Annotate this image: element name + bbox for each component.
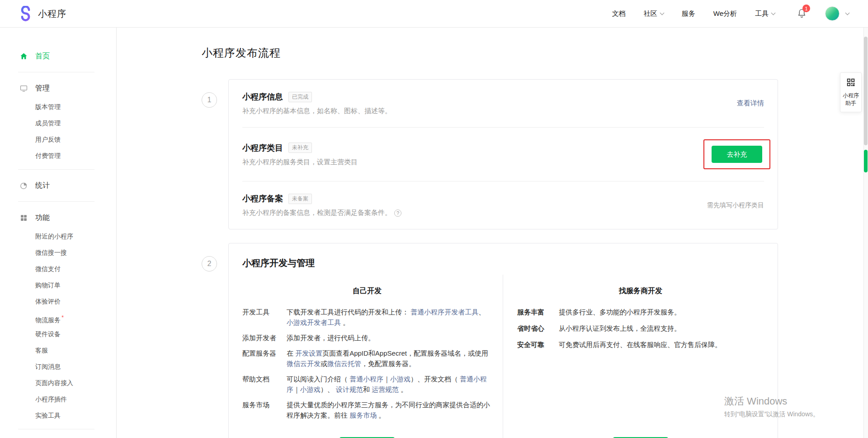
dev-row-label: 安全可靠 — [517, 339, 559, 350]
inline-link[interactable]: 普通小程序 — [349, 375, 383, 383]
sidebar-item[interactable]: 附近的小程序 — [0, 228, 116, 244]
nav-item-we-analytics[interactable]: We分析 — [713, 10, 737, 18]
text-segment: 提供大量优质的小程序第三方服务，为不同行业的商家提供合适的小程序解决方案。前往 — [287, 401, 490, 419]
inline-link[interactable]: 设计规范 — [336, 386, 363, 393]
dev-row-text: 下载开发者工具进行代码的开发和上传： 普通小程序开发者工具、 小游戏开发者工具 … — [287, 307, 492, 328]
setup-item-desc: 补充小程序的基本信息，如名称、图标、描述等。 — [242, 107, 392, 115]
home-icon — [19, 52, 28, 61]
setup-row: 小程序类目未补充补充小程序的服务类目，设置主营类目去补充 — [242, 128, 764, 181]
step-1-number: 1 — [202, 92, 217, 108]
status-tag: 未备案 — [288, 194, 312, 204]
sidebar-item[interactable]: 版本管理 — [0, 99, 116, 115]
inline-link[interactable]: 微信云开发 — [287, 360, 321, 367]
dev-row: 配置服务器在 开发设置页面查看AppID和AppSecret，配置服务器域名，或… — [242, 348, 492, 369]
text-segment: 在 — [287, 349, 295, 357]
dev-row-text: 添加开发者，进行代码上传。 — [287, 333, 492, 343]
text-segment: 页面查看AppID和AppSecret，配置服务器域名，或使用 — [322, 349, 488, 357]
qr-code-icon — [846, 77, 856, 87]
sidebar-item[interactable]: 用户反馈 — [0, 131, 116, 148]
notification-bell-button[interactable]: 1 — [797, 8, 807, 19]
text-segment: 、 — [478, 308, 485, 316]
dev-row: 省时省心从小程序认证到发布上线，全流程支持。 — [517, 323, 764, 333]
scrollbar-thumb[interactable] — [864, 37, 868, 145]
dev-row-label: 配置服务器 — [242, 348, 287, 369]
inline-link[interactable]: 服务市场 — [349, 411, 377, 419]
setup-item-title: 小程序类目 — [242, 143, 283, 153]
sidebar-item[interactable]: 页面内容接入 — [0, 375, 116, 391]
dev-row-text: 在 开发设置页面查看AppID和AppSecret，配置服务器域名，或使用微信云… — [287, 348, 492, 369]
sidebar-item[interactable]: 物流服务* — [0, 309, 116, 326]
text-segment: 从小程序认证到发布上线，全流程支持。 — [559, 324, 681, 332]
dev-row: 添加开发者添加开发者，进行代码上传。 — [242, 333, 492, 343]
development-columns: 自己开发开发工具下载开发者工具进行代码的开发和上传： 普通小程序开发者工具、 小… — [242, 275, 764, 438]
sidebar-item[interactable]: 订阅消息 — [0, 358, 116, 375]
sidebar-item[interactable]: 付费管理 — [0, 148, 116, 164]
sidebar-item[interactable]: 微信支付 — [0, 261, 116, 277]
dev-row-text: 从小程序认证到发布上线，全流程支持。 — [559, 323, 764, 333]
dev-row-label: 省时省心 — [517, 323, 559, 333]
step-2-section: 2 小程序开发与管理 自己开发开发工具下载开发者工具进行代码的开发和上传： 普通… — [202, 243, 868, 438]
text-segment: 。 — [399, 386, 407, 393]
inline-link[interactable]: 运营规范 — [372, 386, 399, 393]
divider — [18, 169, 94, 170]
dev-row-label: 开发工具 — [242, 307, 287, 328]
text-segment: 。 — [377, 411, 385, 419]
inline-link[interactable]: 普通小程序开发者工具 — [410, 308, 478, 316]
step-2-number: 2 — [202, 256, 217, 271]
inline-link[interactable]: 小游戏 — [390, 375, 410, 383]
inline-link[interactable]: 微信云托管 — [327, 360, 361, 367]
sidebar-group-management[interactable]: 管理 — [0, 78, 116, 99]
dev-row: 服务市场提供大量优质的小程序第三方服务，为不同行业的商家提供合适的小程序解决方案… — [242, 400, 492, 420]
help-icon[interactable]: ? — [394, 209, 401, 217]
avatar[interactable] — [825, 6, 840, 21]
nav-item-community[interactable]: 社区 — [644, 10, 664, 18]
nav-item-tools[interactable]: 工具 — [755, 10, 775, 18]
dev-row: 帮助文档可以阅读入门介绍（ 普通小程序｜小游戏）、开发文档（ 普通小程序｜小游戏… — [242, 374, 492, 395]
setup-item-desc: 补充小程序的服务类目，设置主营类目 — [242, 158, 358, 167]
text-segment: 添加开发者，进行代码上传。 — [287, 334, 375, 342]
sidebar-item[interactable]: 体验评价 — [0, 293, 116, 309]
dev-row-text: 可免费试用后再支付、在线客服响应、官方售后保障。 — [559, 339, 764, 350]
sidebar-item[interactable]: 购物订单 — [0, 277, 116, 293]
text-segment: ｜ — [293, 386, 300, 393]
text-segment: 可免费试用后再支付、在线客服响应、官方售后保障。 — [559, 341, 722, 348]
development-card-title: 小程序开发与管理 — [242, 257, 764, 269]
sidebar: 首页管理版本管理成员管理用户反馈付费管理统计功能附近的小程序微信搜一搜微信支付购… — [0, 28, 117, 438]
text-segment: 提供多行业、多功能的小程序开发服务。 — [559, 308, 681, 316]
main-content: 小程序发布流程 1 小程序信息已完成补充小程序的基本信息，如名称、图标、描述等。… — [117, 28, 868, 438]
page-title: 小程序发布流程 — [202, 46, 868, 60]
sidebar-item[interactable]: 小程序插件 — [0, 391, 116, 407]
text-segment: ，免配置服务器。 — [361, 360, 415, 367]
sidebar-item[interactable]: 客服 — [0, 342, 116, 358]
dev-row-label: 服务市场 — [242, 400, 287, 420]
column-heading: 找服务商开发 — [517, 286, 764, 296]
sidebar-group-label: 功能 — [35, 213, 50, 223]
sidebar-item[interactable]: 成员管理 — [0, 115, 116, 131]
sidebar-group-home[interactable]: 首页 — [0, 46, 116, 67]
scrollbar-track[interactable] — [863, 28, 868, 438]
inline-link[interactable]: 开发设置 — [295, 349, 322, 357]
dev-row-label: 服务丰富 — [517, 307, 559, 317]
inline-link[interactable]: 小游戏开发者工具 — [287, 319, 341, 326]
inline-link[interactable]: 小游戏 — [300, 386, 321, 393]
text-segment: ）、 — [321, 386, 336, 393]
desc-text: 补充小程序的基本信息，如名称、图标、描述等。 — [242, 107, 392, 115]
setup-item-title: 小程序信息 — [242, 91, 283, 102]
sidebar-item[interactable]: 微信搜一搜 — [0, 244, 116, 261]
account-chevron-down-icon[interactable] — [845, 10, 850, 15]
notification-count-badge: 1 — [802, 5, 810, 12]
nav-item-docs[interactable]: 文档 — [612, 10, 626, 18]
dev-row: 开发工具下载开发者工具进行代码的开发和上传： 普通小程序开发者工具、 小游戏开发… — [242, 307, 492, 328]
miniprogram-assistant-widget[interactable]: 小程序助手 — [840, 72, 862, 112]
step-1-section: 1 小程序信息已完成补充小程序的基本信息，如名称、图标、描述等。查看详情小程序类… — [202, 79, 868, 229]
wechat-miniprogram-logo[interactable]: 小程序 — [18, 6, 66, 21]
sidebar-item[interactable]: 硬件设备 — [0, 326, 116, 342]
sidebar-group-statistics[interactable]: 统计 — [0, 175, 116, 196]
go-complete-button[interactable]: 去补充 — [712, 146, 762, 163]
sidebar-group-features[interactable]: 功能 — [0, 207, 116, 228]
sidebar-item[interactable]: 实验工具 — [0, 407, 116, 424]
dev-row-label: 添加开发者 — [242, 333, 287, 343]
nav-item-services[interactable]: 服务 — [682, 10, 695, 18]
status-tag: 未补充 — [288, 143, 312, 153]
view-details-link[interactable]: 查看详情 — [737, 99, 764, 107]
